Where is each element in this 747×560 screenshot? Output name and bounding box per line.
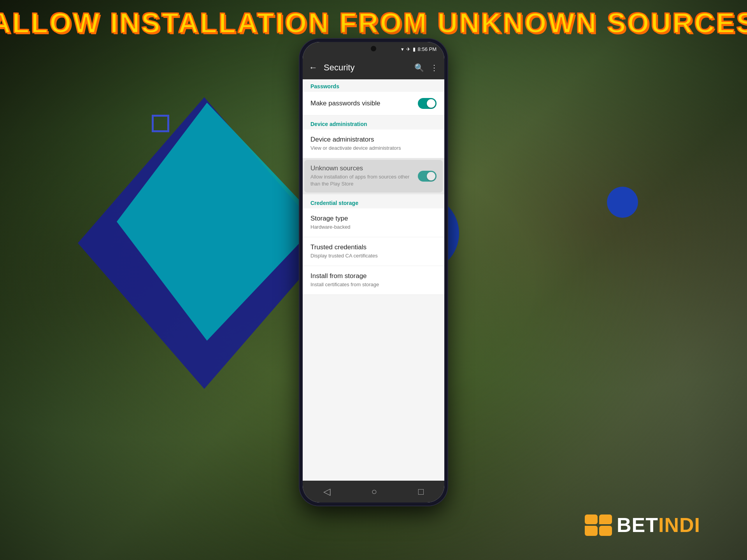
phone-body: ▾ ✈ ▮ 8:56 PM ← Security 🔍 ⋮ Passwords: [300, 39, 447, 506]
setting-storage-type[interactable]: Storage type Hardware-backed: [303, 208, 444, 237]
header-actions: 🔍 ⋮: [414, 63, 438, 72]
setting-text-unknown-sources: Unknown sources Allow installation of ap…: [310, 164, 413, 187]
logo-square-2: [599, 514, 612, 525]
shape-small-square: [152, 115, 169, 132]
setting-subtitle-trusted-credentials: Display trusted CA certificates: [310, 252, 437, 259]
search-icon[interactable]: 🔍: [414, 63, 424, 72]
setting-title-unknown-sources: Unknown sources: [310, 164, 413, 172]
camera-notch: [371, 46, 376, 51]
nav-home-icon[interactable]: ○: [371, 486, 377, 497]
toggle-unknown-sources[interactable]: [418, 171, 437, 182]
setting-title-storage-type: Storage type: [310, 215, 437, 222]
setting-title-passwords: Make passwords visible: [310, 100, 413, 107]
setting-title-device-admins: Device administrators: [310, 136, 437, 144]
screen-title: Security: [324, 63, 408, 73]
airplane-icon: ✈: [406, 46, 410, 52]
setting-unknown-sources[interactable]: Unknown sources Allow installation of ap…: [303, 158, 444, 194]
time-display: 8:56 PM: [418, 46, 437, 52]
status-icons: ▾ ✈ ▮ 8:56 PM: [401, 46, 437, 52]
setting-text-device-admins: Device administrators View or deactivate…: [310, 136, 437, 152]
section-header-device-admin: Device administration: [303, 116, 444, 130]
section-header-passwords: Passwords: [303, 79, 444, 92]
setting-text-passwords: Make passwords visible: [310, 100, 413, 107]
battery-icon: ▮: [413, 46, 416, 52]
status-bar: ▾ ✈ ▮ 8:56 PM: [303, 42, 444, 56]
setting-subtitle-device-admins: View or deactivate device administrators: [310, 145, 437, 152]
setting-text-trusted-credentials: Trusted credentials Display trusted CA c…: [310, 243, 437, 259]
betindi-logo-highlight: INDI: [658, 514, 700, 536]
setting-install-from-storage[interactable]: Install from storage Install certificate…: [303, 266, 444, 295]
betindi-logo-icon: [585, 514, 612, 536]
betindi-logo: BETINDI: [585, 513, 700, 537]
logo-square-4: [599, 526, 612, 536]
section-header-credential-storage: Credential storage: [303, 194, 444, 208]
logo-square-3: [585, 526, 598, 536]
setting-title-trusted-credentials: Trusted credentials: [310, 243, 437, 251]
wifi-icon: ▾: [401, 46, 404, 52]
setting-make-passwords-visible[interactable]: Make passwords visible: [303, 92, 444, 116]
setting-title-install-storage: Install from storage: [310, 272, 437, 280]
setting-subtitle-unknown-sources: Allow installation of apps from sources …: [310, 173, 413, 187]
setting-device-administrators[interactable]: Device administrators View or deactivate…: [303, 130, 444, 158]
toggle-thumb-unknown-sources: [427, 172, 435, 180]
app-header: ← Security 🔍 ⋮: [303, 56, 444, 79]
shape-right-circle: [607, 187, 638, 218]
page-headline: ALLOW INSTALLATION FROM UNKNOWN SOURCES: [0, 7, 747, 39]
setting-text-install-storage: Install from storage Install certificate…: [310, 272, 437, 288]
betindi-logo-text: BETINDI: [617, 513, 700, 537]
phone-mockup: ▾ ✈ ▮ 8:56 PM ← Security 🔍 ⋮ Passwords: [300, 39, 447, 506]
nav-bar: ◁ ○ □: [303, 481, 444, 502]
toggle-make-passwords-visible[interactable]: [418, 98, 437, 109]
nav-back-icon[interactable]: ◁: [323, 486, 330, 497]
more-options-icon[interactable]: ⋮: [430, 63, 438, 72]
setting-subtitle-install-storage: Install certificates from storage: [310, 281, 437, 288]
toggle-thumb-passwords: [427, 99, 435, 108]
phone-screen: ▾ ✈ ▮ 8:56 PM ← Security 🔍 ⋮ Passwords: [303, 42, 444, 502]
setting-subtitle-storage-type: Hardware-backed: [310, 224, 437, 231]
settings-content[interactable]: Passwords Make passwords visible Device …: [303, 79, 444, 481]
nav-recent-icon[interactable]: □: [418, 486, 424, 497]
setting-text-storage-type: Storage type Hardware-backed: [310, 215, 437, 231]
back-button[interactable]: ←: [309, 63, 317, 73]
setting-trusted-credentials[interactable]: Trusted credentials Display trusted CA c…: [303, 237, 444, 266]
logo-square-1: [585, 514, 598, 525]
